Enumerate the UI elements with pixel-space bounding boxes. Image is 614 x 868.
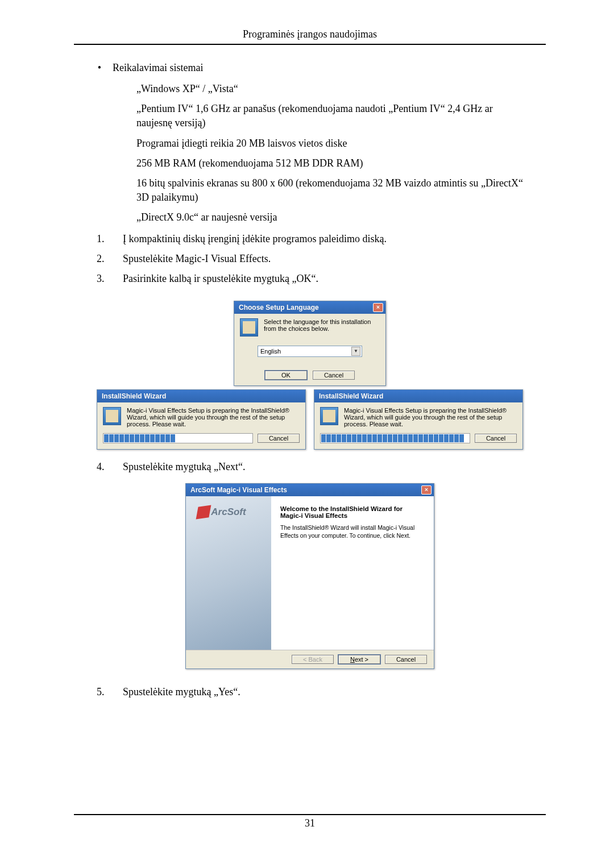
chevron-down-icon[interactable]: ▼ <box>351 347 360 356</box>
progress-bar <box>320 433 470 443</box>
dialog-titlebar: ArcSoft Magic-i Visual Effects × <box>186 484 434 496</box>
dialog-title: Choose Setup Language <box>239 304 319 312</box>
ok-button[interactable]: OK <box>265 371 307 380</box>
installshield-dialog-1: InstallShield Wizard Magic-i Visual Effe… <box>97 389 306 450</box>
step-4-text: Spustelėkite mygtuką „Next“. <box>123 461 245 473</box>
back-button: < Back <box>292 655 334 664</box>
close-icon[interactable]: × <box>373 303 383 312</box>
close-icon[interactable]: × <box>421 485 432 495</box>
bullet-title: Reikalavimai sistemai <box>113 62 203 74</box>
progress-bar <box>103 433 253 443</box>
step-3-num: 3. <box>97 273 109 285</box>
installer-icon <box>240 318 258 337</box>
dialog-message: Select the language for this installatio… <box>264 318 380 332</box>
language-select[interactable]: English ▼ <box>258 346 362 357</box>
dialog-title: InstallShield Wizard <box>102 392 166 400</box>
page-header: Programinės įrangos naudojimas <box>74 28 546 40</box>
dialog-title: ArcSoft Magic-i Visual Effects <box>190 486 287 494</box>
dialog-title: InstallShield Wizard <box>319 392 383 400</box>
next-button[interactable]: Next > <box>338 655 380 664</box>
step-4-num: 4. <box>97 461 109 473</box>
step-5-text: Spustelėkite mygtuką „Yes“. <box>123 686 240 698</box>
wizard-text: The InstallShield® Wizard will install M… <box>280 524 425 539</box>
choose-language-dialog: Choose Setup Language × Select the langu… <box>234 301 386 386</box>
step-5: 5. Spustelėkite mygtuką „Yes“. <box>97 686 523 698</box>
installshield-dialog-2: InstallShield Wizard Magic-i Visual Effe… <box>314 389 523 450</box>
step-2-num: 2. <box>97 253 109 265</box>
header-rule <box>74 44 546 45</box>
step-1-num: 1. <box>97 233 109 245</box>
req-ram: 256 MB RAM (rekomenduojama 512 MB DDR RA… <box>136 156 523 171</box>
bullet-dot: • <box>97 62 102 74</box>
cancel-button[interactable]: Cancel <box>385 655 427 664</box>
step-1: 1. Į kompaktinių diskų įrenginį įdėkite … <box>97 233 523 245</box>
req-cpu: „Pentium IV“ 1,6 GHz ar panašus (rekomen… <box>136 102 523 130</box>
step-2-text: Spustelėkite Magic-I Visual Effects. <box>123 253 271 265</box>
dialog-message: Magic-i Visual Effects Setup is preparin… <box>344 407 517 427</box>
installer-icon <box>103 407 121 425</box>
next-label-rest: ext > <box>355 656 368 663</box>
step-2: 2. Spustelėkite Magic-I Visual Effects. <box>97 253 523 265</box>
req-display: 16 bitų spalvinis ekranas su 800 x 600 (… <box>136 176 523 205</box>
step-4: 4. Spustelėkite mygtuką „Next“. <box>97 461 523 473</box>
step-3-text: Pasirinkite kalbą ir spustelėkite mygtuk… <box>123 273 318 285</box>
bullet-requirements: • Reikalavimai sistemai <box>97 62 523 74</box>
dialog-message: Magic-i Visual Effects Setup is preparin… <box>127 407 300 427</box>
req-directx: „DirectX 9.0c“ ar naujesnė versija <box>136 210 523 225</box>
dialog-titlebar: InstallShield Wizard <box>314 390 522 402</box>
req-disk: Programai įdiegti reikia 20 MB laisvos v… <box>136 136 523 151</box>
dialog-titlebar: Choose Setup Language × <box>234 301 385 314</box>
wizard-sidebar: ArcSoft <box>186 496 271 650</box>
step-5-num: 5. <box>97 686 109 698</box>
wizard-heading: Welcome to the InstallShield Wizard for … <box>280 505 425 519</box>
footer-rule <box>74 814 546 815</box>
arcsoft-wizard-dialog: ArcSoft Magic-i Visual Effects × ArcSoft… <box>185 483 434 669</box>
cancel-button[interactable]: Cancel <box>313 371 355 380</box>
page-number: 31 <box>74 817 546 829</box>
req-os: „Windows XP“ / „Vista“ <box>136 82 523 96</box>
cancel-button[interactable]: Cancel <box>258 434 300 443</box>
installer-icon <box>320 407 338 425</box>
step-1-text: Į kompaktinių diskų įrenginį įdėkite pro… <box>123 233 387 245</box>
language-selected: English <box>260 348 281 355</box>
step-3: 3. Pasirinkite kalbą ir spustelėkite myg… <box>97 273 523 285</box>
cancel-button[interactable]: Cancel <box>475 434 517 443</box>
brand-label: ArcSoft <box>186 506 271 518</box>
dialog-titlebar: InstallShield Wizard <box>97 390 305 402</box>
